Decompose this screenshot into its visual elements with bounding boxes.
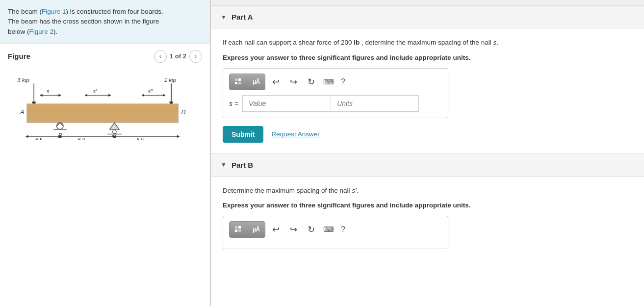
undo-button[interactable]: ↩ [268, 75, 283, 89]
redo-button[interactable]: ↪ [286, 75, 301, 89]
part-b-instruction: Express your answer to three significant… [223, 202, 632, 209]
part-a-toolbar: μÅ ↩ ↪ ↻ ⌨ ? [229, 74, 442, 90]
nail-var: s [493, 39, 497, 46]
left-panel: The beam (Figure 1) is constructed from … [0, 0, 211, 306]
svg-text:D: D [181, 109, 185, 116]
svg-rect-40 [235, 226, 237, 229]
part-a-answer-box: μÅ ↩ ↪ ↻ ⌨ ? [223, 68, 448, 118]
svg-text:A: A [20, 109, 24, 116]
problem-text-box: The beam (Figure 1) is constructed from … [0, 0, 210, 44]
svg-rect-41 [238, 226, 241, 229]
help-icon: ? [341, 77, 345, 86]
matrix-left-button-b[interactable] [230, 222, 247, 237]
svg-rect-38 [235, 82, 237, 84]
matrix-left-button[interactable] [230, 74, 247, 90]
part-a-section: ▼ Part A If each nail can support a shea… [211, 6, 644, 154]
svg-rect-16 [27, 119, 179, 123]
part-a-header[interactable]: ▼ Part A [211, 6, 644, 28]
mu-button-b[interactable]: μÅ [247, 222, 265, 237]
part-b-title: Part B [232, 161, 253, 169]
figure1-link[interactable]: Figure 1 [42, 8, 66, 15]
svg-text:6 ft: 6 ft [35, 137, 43, 140]
undo-icon: ↩ [272, 76, 280, 87]
part-a-action-row: Submit Request Answer [223, 126, 632, 143]
part-a-instruction: Express your answer to three significant… [223, 54, 632, 61]
part-b-answer-box: μÅ ↩ ↪ ↻ ⌨ ? [223, 216, 448, 249]
svg-rect-36 [235, 78, 237, 81]
svg-text:B: B [58, 132, 62, 139]
problem-text-end: ). [53, 28, 57, 35]
redo-button-b[interactable]: ↪ [286, 222, 301, 237]
svg-rect-43 [238, 230, 241, 232]
figure-label: Figure [8, 52, 30, 60]
part-b-question: Determine the maximum spacing of the nai… [223, 185, 632, 196]
mu-label: μÅ [253, 78, 259, 85]
figure-navigation: ‹ 1 of 2 › [154, 50, 202, 63]
request-answer-button[interactable]: Request Answer [271, 130, 319, 138]
force-unit: lb [354, 39, 360, 46]
figure-header: Figure ‹ 1 of 2 › [0, 44, 210, 67]
top-divider [211, 0, 644, 6]
svg-marker-23 [110, 123, 119, 129]
svg-point-19 [57, 123, 64, 129]
svg-rect-39 [238, 82, 241, 84]
part-a-question: If each nail can support a shear force o… [223, 37, 632, 48]
part-a-body: If each nail can support a shear force o… [211, 28, 644, 153]
part-b-header[interactable]: ▼ Part B [211, 154, 644, 177]
part-b-chevron: ▼ [221, 161, 227, 168]
redo-icon-b: ↪ [290, 224, 297, 235]
help-icon-b: ? [341, 225, 345, 234]
figure-nav-counter: 1 of 2 [170, 52, 186, 60]
keyboard-icon: ⌨ [323, 77, 334, 86]
beam-figure: 3 kip 1 kip s s′ [9, 72, 201, 140]
svg-rect-42 [235, 230, 237, 232]
undo-button-b[interactable]: ↩ [268, 222, 283, 237]
keyboard-button-b[interactable]: ⌨ [321, 222, 336, 237]
matrix-btn-group: μÅ [229, 74, 265, 90]
matrix-btn-group-b: μÅ [229, 221, 265, 238]
svg-rect-37 [238, 78, 241, 81]
refresh-button-b[interactable]: ↻ [304, 222, 318, 237]
part-a-title: Part A [232, 13, 253, 21]
svg-text:s″: s″ [148, 88, 153, 94]
svg-text:6 ft: 6 ft [137, 137, 144, 140]
redo-icon: ↪ [290, 76, 297, 87]
figure-prev-button[interactable]: ‹ [154, 50, 167, 63]
keyboard-button[interactable]: ⌨ [321, 75, 336, 89]
svg-text:6 ft: 6 ft [78, 137, 85, 140]
part-b-body: Determine the maximum spacing of the nai… [211, 177, 644, 268]
input-label-s: s = [229, 100, 238, 107]
svg-text:3 kip: 3 kip [17, 77, 29, 83]
keyboard-icon-b: ⌨ [323, 225, 334, 234]
problem-text-intro: The beam ( [8, 8, 42, 15]
part-a-input-row: s = [229, 95, 442, 112]
svg-text:C: C [112, 132, 117, 139]
mu-label-b: μÅ [253, 226, 259, 233]
figure-area: Figure ‹ 1 of 2 › 3 kip 1 kip [0, 44, 210, 306]
part-b-section: ▼ Part B Determine the maximum spacing o… [211, 154, 644, 269]
part-a-chevron: ▼ [221, 14, 227, 21]
mu-button[interactable]: μÅ [247, 74, 265, 90]
figure2-link[interactable]: Figure 2 [29, 28, 54, 35]
units-input[interactable] [331, 95, 419, 112]
figure-image-area: 3 kip 1 kip s s′ [0, 67, 210, 306]
refresh-icon: ↻ [308, 76, 315, 87]
submit-button[interactable]: Submit [223, 126, 263, 143]
nail-var-b: s′ [352, 187, 356, 194]
undo-icon-b: ↩ [272, 224, 280, 235]
right-panel: ▼ Part A If each nail can support a shea… [211, 0, 644, 306]
part-b-toolbar: μÅ ↩ ↪ ↻ ⌨ ? [229, 221, 442, 238]
svg-text:1 kip: 1 kip [164, 77, 177, 83]
figure-next-button[interactable]: › [189, 50, 202, 63]
refresh-icon-b: ↻ [308, 224, 315, 235]
refresh-button[interactable]: ↻ [304, 75, 318, 89]
svg-text:s′: s′ [93, 88, 97, 94]
svg-text:s: s [47, 88, 50, 94]
value-input[interactable] [242, 95, 331, 112]
